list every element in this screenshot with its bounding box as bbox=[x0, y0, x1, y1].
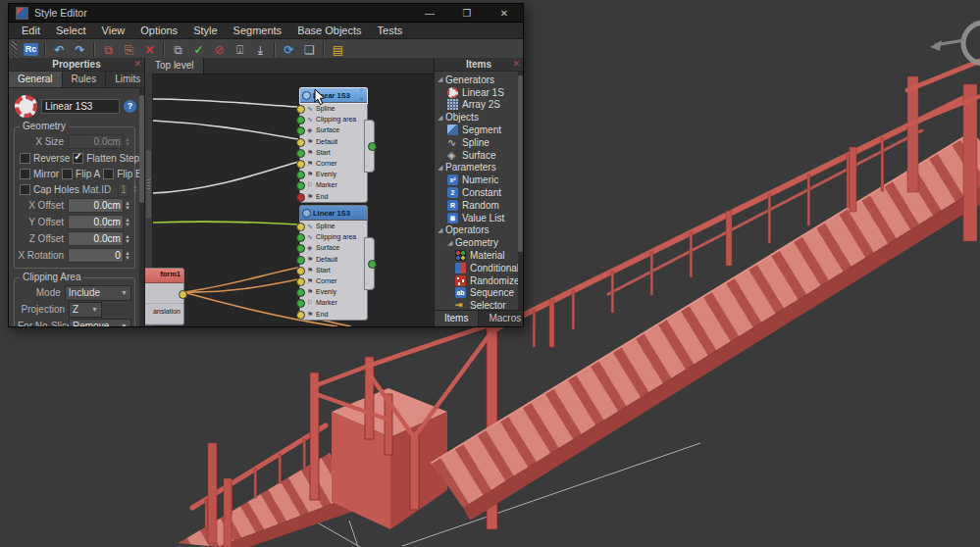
mat-id-spinner[interactable]: ▲▼ bbox=[132, 182, 138, 197]
maximize-button[interactable]: ❒ bbox=[448, 4, 486, 22]
x-rotation-spinner[interactable]: ▲▼ bbox=[124, 248, 131, 263]
input-dot[interactable] bbox=[296, 149, 305, 158]
x-size-spinner[interactable]: ▲▼ bbox=[124, 134, 131, 149]
copy-icon[interactable]: ⧉ bbox=[98, 41, 119, 59]
tab-macros[interactable]: Macros bbox=[479, 311, 523, 326]
y-offset-field[interactable]: 0.0cm bbox=[68, 215, 124, 229]
pin-icon[interactable]: °⌄ bbox=[358, 89, 365, 101]
items-scrollbar[interactable] bbox=[518, 72, 523, 311]
tree-item-sequence[interactable]: abSequence bbox=[438, 287, 523, 300]
menu-edit[interactable]: Edit bbox=[15, 23, 47, 38]
menu-view[interactable]: View bbox=[95, 23, 132, 38]
minimize-button[interactable]: — bbox=[411, 4, 448, 22]
expand-icon[interactable]: ◢ bbox=[447, 239, 455, 247]
tab-general[interactable]: General bbox=[9, 72, 63, 87]
input-dot[interactable] bbox=[296, 244, 305, 253]
input-dot[interactable] bbox=[296, 256, 305, 265]
tree-group-objects[interactable]: ◢Objects bbox=[438, 111, 523, 124]
node-output-tab[interactable] bbox=[364, 237, 375, 290]
tree-group-geometry[interactable]: ◢Geometry bbox=[438, 236, 523, 249]
input-dot[interactable] bbox=[296, 105, 305, 114]
tree-item-linear-1s[interactable]: Linear 1S bbox=[438, 86, 523, 99]
expand-icon[interactable]: ◢ bbox=[438, 75, 445, 83]
tree-item-value-list[interactable]: ≣Value List bbox=[438, 212, 523, 224]
orbit-gizmo[interactable] bbox=[930, 23, 980, 64]
z-offset-field[interactable]: 0.0cm bbox=[68, 231, 124, 246]
tree-group-operators[interactable]: ◢Operators bbox=[438, 224, 523, 237]
input-dot[interactable] bbox=[296, 223, 305, 231]
tab-limits[interactable]: Limits bbox=[106, 72, 145, 87]
expand-icon[interactable]: ◢ bbox=[438, 164, 445, 172]
mirror-checkbox[interactable]: Mirror bbox=[20, 169, 59, 179]
toolbar-drag-handle[interactable] bbox=[12, 41, 17, 58]
redo-icon[interactable]: ↷ bbox=[70, 41, 90, 59]
menu-select[interactable]: Select bbox=[49, 23, 93, 38]
node-output-tab[interactable] bbox=[364, 120, 375, 173]
output-dot[interactable] bbox=[368, 260, 377, 269]
x-size-field[interactable]: 0.0cm bbox=[68, 134, 124, 149]
validate-icon[interactable]: ✓ bbox=[188, 41, 209, 59]
input-dot[interactable] bbox=[296, 288, 305, 297]
node-header[interactable]: Linear 1S3 bbox=[300, 206, 367, 221]
notes-icon[interactable]: ▤ bbox=[328, 41, 348, 59]
node-linear-1s3-bottom[interactable]: Linear 1S3 Spline Clipping area Surface … bbox=[299, 205, 368, 321]
properties-scrollbar[interactable] bbox=[139, 87, 144, 326]
close-panel-icon[interactable]: ✕ bbox=[133, 59, 141, 69]
tab-rules[interactable]: Rules bbox=[63, 72, 107, 87]
tree-item-constant[interactable]: 2Constant bbox=[438, 186, 523, 199]
flip-b-checkbox[interactable]: Flip B bbox=[103, 169, 142, 179]
undo-icon[interactable]: ↶ bbox=[49, 41, 70, 59]
z-offset-spinner[interactable]: ▲▼ bbox=[124, 231, 131, 246]
tree-item-surface[interactable]: ◈Surface bbox=[438, 149, 523, 162]
input-dot[interactable] bbox=[296, 181, 305, 190]
tree-item-randomize[interactable]: Randomize bbox=[438, 274, 523, 287]
input-dot[interactable] bbox=[296, 116, 305, 124]
tree-group-generators[interactable]: ◢Generators bbox=[438, 74, 523, 86]
paste-icon[interactable]: ⎘ bbox=[119, 41, 139, 59]
menu-options[interactable]: Options bbox=[133, 23, 184, 38]
input-dot[interactable] bbox=[296, 267, 305, 275]
disable-icon[interactable]: ⊘ bbox=[209, 41, 230, 59]
tree-group-parameters[interactable]: ◢Parameters bbox=[438, 162, 523, 174]
menu-base-objects[interactable]: Base Objects bbox=[290, 23, 368, 38]
no-slice-dropdown[interactable]: Remove▼ bbox=[69, 319, 131, 327]
x-rotation-field[interactable]: 0 bbox=[68, 248, 124, 263]
input-dot[interactable] bbox=[296, 193, 305, 202]
import-style-icon[interactable]: ⍗ bbox=[230, 41, 250, 59]
output-dot[interactable] bbox=[368, 142, 377, 151]
build-icon[interactable]: ❏ bbox=[299, 41, 320, 59]
node-title[interactable]: form1 bbox=[145, 269, 183, 283]
tree-item-spline[interactable]: ∿Spline bbox=[438, 136, 523, 149]
export-style-icon[interactable]: ⤓ bbox=[250, 41, 271, 59]
input-dot[interactable] bbox=[296, 311, 305, 320]
delete-icon[interactable]: ✕ bbox=[139, 41, 160, 59]
reverse-checkbox[interactable]: Reverse bbox=[20, 153, 70, 164]
node-transform-clipped[interactable]: form1 anslation bbox=[145, 268, 184, 325]
tree-item-array-2s[interactable]: Array 2S bbox=[438, 99, 523, 112]
mat-id-field[interactable]: 1 bbox=[118, 182, 129, 197]
y-offset-spinner[interactable]: ▲▼ bbox=[124, 215, 131, 229]
rc-logo-icon[interactable]: Rc bbox=[21, 41, 41, 59]
node-canvas[interactable]: Linear 1S3 °⌄ Spline Clipping area Surfa… bbox=[145, 74, 434, 326]
tree-item-numeric[interactable]: x²Numeric bbox=[438, 174, 523, 186]
input-dot[interactable] bbox=[296, 160, 305, 169]
close-button[interactable]: ✕ bbox=[486, 4, 523, 22]
node-header[interactable]: Linear 1S3 °⌄ bbox=[300, 88, 367, 103]
menu-tests[interactable]: Tests bbox=[371, 23, 410, 38]
tree-item-conditional[interactable]: Conditional bbox=[438, 262, 523, 274]
tree-item-segment[interactable]: Segment bbox=[438, 124, 523, 136]
cap-holes-checkbox[interactable]: Cap Holes bbox=[20, 184, 79, 195]
paste-style-icon[interactable]: ⧉ bbox=[168, 41, 188, 59]
tab-items[interactable]: Items bbox=[435, 311, 479, 326]
node-name-field[interactable]: Linear 1S3 bbox=[41, 99, 120, 114]
flatten-stepped-checkbox[interactable]: Flatten Stepped bbox=[73, 153, 145, 164]
input-dot[interactable] bbox=[296, 277, 305, 286]
sync-icon[interactable]: ⟳ bbox=[279, 41, 299, 59]
projection-dropdown[interactable]: Z▼ bbox=[69, 302, 102, 318]
title-bar[interactable]: Style Editor — ❒ ✕ bbox=[9, 4, 523, 23]
expand-icon[interactable]: ◢ bbox=[438, 114, 445, 122]
tree-item-material[interactable]: Material bbox=[438, 249, 523, 262]
input-dot[interactable] bbox=[296, 171, 305, 179]
close-panel-icon[interactable]: ✕ bbox=[512, 59, 520, 69]
node-linear-1s3-top[interactable]: Linear 1S3 °⌄ Spline Clipping area Surfa… bbox=[299, 87, 368, 203]
